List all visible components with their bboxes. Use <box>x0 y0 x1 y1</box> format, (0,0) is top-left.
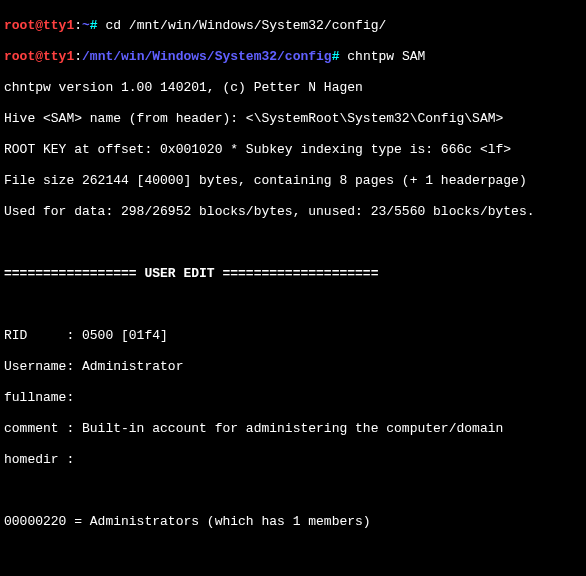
filesize-line: File size 262144 [40000] bytes, containi… <box>4 173 582 189</box>
terminal: root@tty1:~# cd /mnt/win/Windows/System3… <box>0 0 586 576</box>
blank-line <box>4 235 582 251</box>
rootkey-line: ROOT KEY at offset: 0x001020 * Subkey in… <box>4 142 582 158</box>
colon: : <box>74 18 82 33</box>
group-line: 00000220 = Administrators (which has 1 m… <box>4 514 582 530</box>
fullname-line: fullname: <box>4 390 582 406</box>
command-2: chntpw SAM <box>347 49 425 64</box>
username-line: Username: Administrator <box>4 359 582 375</box>
command-1: cd /mnt/win/Windows/System32/config/ <box>105 18 386 33</box>
user-edit-header: ================= USER EDIT ============… <box>4 266 582 282</box>
comment-line: comment : Built-in account for administe… <box>4 421 582 437</box>
user-host: root@tty1 <box>4 18 74 33</box>
path: ~ <box>82 18 90 33</box>
rid-line: RID : 0500 [01f4] <box>4 328 582 344</box>
prompt-line-2: root@tty1:/mnt/win/Windows/System32/conf… <box>4 49 582 65</box>
blank-line <box>4 545 582 561</box>
blank-line <box>4 297 582 313</box>
homedir-line: homedir : <box>4 452 582 468</box>
usedfor-line: Used for data: 298/26952 blocks/bytes, u… <box>4 204 582 220</box>
path: /mnt/win/Windows/System32/config <box>82 49 332 64</box>
hash: # <box>90 18 98 33</box>
version-line: chntpw version 1.00 140201, (c) Petter N… <box>4 80 582 96</box>
prompt-line-1: root@tty1:~# cd /mnt/win/Windows/System3… <box>4 18 582 34</box>
hive-line: Hive <SAM> name (from header): <\SystemR… <box>4 111 582 127</box>
colon: : <box>74 49 82 64</box>
user-host: root@tty1 <box>4 49 74 64</box>
blank-line <box>4 483 582 499</box>
